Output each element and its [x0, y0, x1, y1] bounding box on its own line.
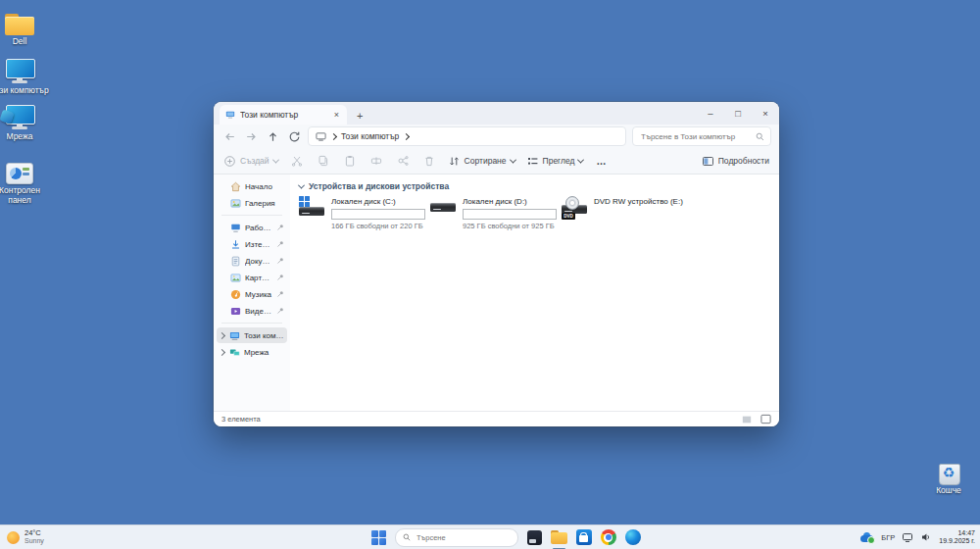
drive-name: Локален диск (C:)	[331, 197, 424, 206]
time-label: 14:47	[939, 529, 975, 537]
refresh-button[interactable]	[286, 128, 302, 144]
sidebar-item-label: Работен плот	[245, 224, 272, 232]
view-button[interactable]: Преглед	[526, 155, 584, 168]
start-button[interactable]	[370, 529, 387, 546]
copy-button[interactable]	[316, 153, 331, 169]
desktop-icon-recycle-bin[interactable]: ♻ Кошче	[917, 457, 980, 496]
videos-icon	[230, 306, 241, 317]
sidebar-item-music[interactable]: Музика	[217, 286, 287, 302]
rename-button[interactable]	[368, 153, 384, 169]
paste-button[interactable]	[342, 153, 358, 169]
sort-button[interactable]: Сортиране	[448, 155, 515, 168]
pin-icon	[276, 290, 284, 298]
windows-logo-icon	[371, 530, 386, 545]
desktop-icon-dell[interactable]: Dell	[0, 8, 51, 47]
new-tab-button[interactable]: +	[357, 110, 363, 122]
collapse-chevron-icon[interactable]	[298, 181, 305, 188]
back-button[interactable]	[221, 128, 237, 144]
sidebar-item-this-pc[interactable]: Този компютър	[217, 327, 287, 343]
up-button[interactable]	[265, 128, 280, 144]
maximize-button[interactable]: □	[724, 102, 752, 125]
desktop-icon-network[interactable]: Мрежа	[0, 103, 51, 142]
desktop-icon-label: Кошче	[917, 486, 980, 496]
group-header-label: Устройства и дискови устройства	[309, 181, 449, 191]
search-input[interactable]	[639, 131, 752, 142]
sidebar-item-label: Картини	[245, 274, 272, 282]
chevron-down-icon	[510, 156, 516, 163]
sidebar-item-documents[interactable]: Документи	[217, 253, 287, 269]
sidebar-item-downloads[interactable]: Изтеглени файлове	[217, 236, 287, 252]
search-box[interactable]	[632, 126, 771, 146]
taskbar-chrome[interactable]	[600, 529, 616, 546]
share-button[interactable]	[395, 153, 411, 169]
input-language-indicator[interactable]: БГР	[881, 533, 895, 542]
sidebar-item-gallery[interactable]: Галерия	[217, 195, 287, 211]
taskbar-app-dark-window[interactable]	[526, 529, 543, 546]
details-pane-toggle[interactable]: Подробности	[702, 155, 769, 168]
search-icon	[756, 132, 764, 141]
new-button[interactable]: Създай	[223, 155, 278, 168]
sidebar-item-network[interactable]: Мрежа	[217, 344, 287, 360]
sort-button-label: Сортиране	[465, 156, 507, 166]
volume-tray-icon[interactable]	[920, 531, 932, 543]
file-explorer-window: Този компютър × + – □ × Този компютър Съ…	[214, 102, 779, 426]
pin-icon	[276, 240, 284, 248]
minimize-button[interactable]: –	[697, 102, 724, 125]
explorer-tab[interactable]: Този компютър ×	[220, 105, 347, 125]
taskbar: 24°C Sunny БГР 14:47 19.9.2025 г.	[0, 524, 980, 549]
breadcrumb-item[interactable]: Този компютър	[341, 131, 399, 141]
chrome-icon	[601, 529, 616, 545]
drive-item-c[interactable]: Локален диск (C:) 166 ГБ свободни от 220…	[299, 196, 424, 230]
search-icon	[403, 533, 411, 541]
expander-chevron-icon[interactable]	[219, 331, 225, 338]
drive-free-space: 166 ГБ свободни от 220 ГБ	[331, 222, 424, 230]
weather-condition: Sunny	[24, 537, 44, 545]
taskbar-file-explorer[interactable]	[551, 529, 567, 546]
clock[interactable]: 14:47 19.9.2025 г.	[939, 529, 975, 545]
taskbar-edge[interactable]	[624, 529, 641, 546]
weather-widget[interactable]: 24°C Sunny	[7, 525, 44, 549]
breadcrumb[interactable]: Този компютър	[308, 126, 626, 146]
details-view-toggle[interactable]	[742, 415, 752, 424]
weather-temp: 24°C	[24, 529, 44, 537]
sidebar-item-videos[interactable]: Видеоклипове	[217, 303, 287, 319]
drive-name: Локален диск (D:)	[463, 197, 556, 206]
drive-item-e[interactable]: DVD DVD RW устройство (E:)	[562, 196, 687, 230]
gallery-icon	[230, 198, 241, 209]
expander-chevron-icon[interactable]	[219, 348, 225, 355]
tab-close-button[interactable]: ×	[332, 110, 341, 120]
drive-free-space: 925 ГБ свободни от 925 ГБ	[463, 222, 556, 230]
forward-button[interactable]	[243, 128, 259, 144]
more-options-button[interactable]: …	[596, 156, 607, 167]
taskbar-search[interactable]	[395, 528, 518, 547]
sidebar-item-label: Изтеглени файлове	[245, 240, 272, 249]
pin-icon	[276, 307, 284, 315]
item-count: 3 елемента	[221, 415, 261, 424]
sidebar-item-home[interactable]: Начало	[217, 178, 287, 194]
group-header[interactable]: Устройства и дискови устройства	[290, 175, 779, 196]
chevron-down-icon	[577, 156, 584, 163]
computer-icon	[229, 330, 240, 341]
drive-item-d[interactable]: Локален диск (D:) 925 ГБ свободни от 925…	[430, 196, 556, 230]
desktop-icon-this-pc[interactable]: Този компютър	[0, 57, 51, 96]
sidebar-separator	[221, 323, 282, 324]
taskbar-store[interactable]	[575, 529, 592, 546]
taskbar-search-input[interactable]	[415, 532, 511, 543]
thumbnail-view-toggle[interactable]	[760, 414, 771, 424]
desktop-icon-control-panel[interactable]: Контролен панел	[0, 157, 51, 206]
cut-button[interactable]	[289, 153, 305, 169]
sidebar-item-desktop[interactable]: Работен плот	[217, 220, 287, 235]
folder-icon	[551, 530, 567, 544]
close-button[interactable]: ×	[752, 102, 779, 125]
computer-icon	[316, 131, 326, 142]
sidebar-item-label: Видеоклипове	[245, 307, 272, 316]
pin-icon	[276, 257, 284, 265]
drive-name: DVD RW устройство (E:)	[594, 197, 683, 206]
sidebar-item-pictures[interactable]: Картини	[217, 270, 287, 285]
desktop-icon	[230, 223, 241, 233]
delete-button[interactable]	[421, 153, 437, 169]
network-tray-icon[interactable]	[902, 531, 913, 543]
dvd-badge: DVD	[562, 213, 575, 220]
onedrive-tray-icon[interactable]	[860, 532, 874, 543]
hard-drive-icon	[430, 196, 457, 220]
